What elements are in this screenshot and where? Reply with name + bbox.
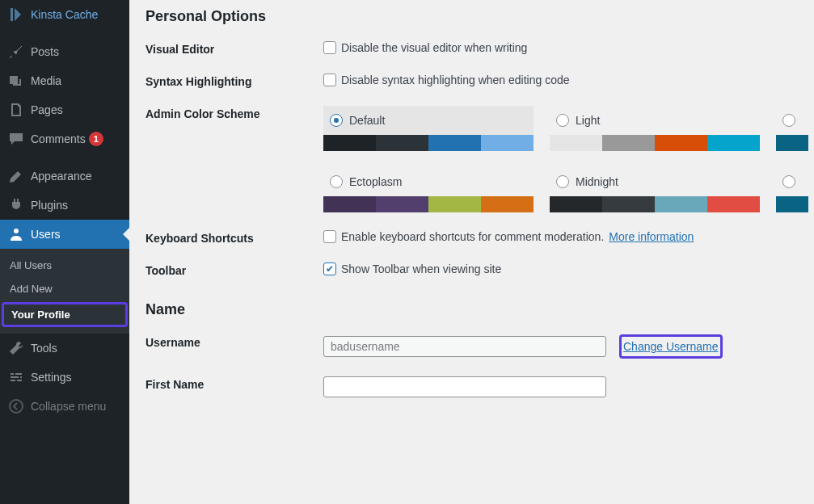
first-name-input[interactable] (323, 376, 606, 397)
syntax-desc: Disable syntax highlighting when editing… (341, 74, 570, 86)
sidebar-item-settings[interactable]: Settings (0, 363, 129, 392)
visual-editor-checkbox[interactable] (323, 41, 336, 54)
toolbar-desc: Show Toolbar when viewing site (341, 262, 501, 275)
label: Media (31, 74, 61, 87)
username-input (323, 336, 606, 357)
svg-point-1 (10, 400, 23, 413)
color-scheme-light[interactable]: Light (550, 106, 760, 151)
sidebar-item-users[interactable]: Users (0, 220, 129, 249)
swatches (323, 135, 534, 151)
admin-sidebar: Kinsta Cache Posts Media Pages Comments … (0, 0, 129, 504)
submenu-all-users[interactable]: All Users (0, 254, 129, 277)
radio-icon[interactable] (782, 175, 795, 188)
radio-icon[interactable] (330, 114, 343, 127)
visual-editor-desc: Disable the visual editor when writing (341, 41, 527, 54)
shortcuts-more-info-link[interactable]: More information (609, 230, 694, 243)
visual-editor-label: Visual Editor (146, 41, 323, 56)
appearance-icon (8, 168, 24, 184)
label: Comments (31, 132, 86, 145)
personal-options-heading: Personal Options (146, 8, 798, 25)
label: Tools (31, 342, 57, 355)
color-schemes-grid: DefaultLightEctoplasmMidnight (323, 106, 808, 212)
toolbar-checkbox[interactable] (323, 262, 336, 275)
scheme-name: Midnight (576, 175, 618, 188)
submenu-your-profile[interactable]: Your Profile (2, 302, 128, 327)
syntax-checkbox[interactable] (323, 74, 336, 86)
swatches (550, 135, 760, 151)
swatches (550, 196, 760, 212)
color-scheme-b[interactable] (776, 106, 808, 151)
plugin-icon (8, 197, 24, 213)
sidebar-item-appearance[interactable]: Appearance (0, 162, 129, 191)
label: Pages (31, 103, 63, 116)
radio-icon[interactable] (556, 114, 569, 127)
collapse-menu[interactable]: Collapse menu (0, 392, 129, 421)
users-submenu: All Users Add New Your Profile (0, 249, 129, 334)
tools-icon (8, 340, 24, 356)
syntax-label: Syntax Highlighting (146, 74, 323, 88)
color-scheme-label: Admin Color Scheme (146, 106, 323, 120)
label: Appearance (31, 170, 92, 183)
scheme-name: Ectoplasm (349, 175, 402, 188)
name-heading: Name (146, 301, 798, 318)
label: Posts (31, 45, 59, 58)
scheme-name: Default (349, 114, 385, 127)
swatches (323, 196, 534, 212)
pushpin-icon (8, 44, 24, 60)
radio-icon[interactable] (330, 175, 343, 188)
sidebar-item-posts[interactable]: Posts (0, 37, 129, 66)
media-icon (8, 73, 24, 89)
settings-icon (8, 369, 24, 385)
color-scheme-o[interactable] (776, 167, 808, 212)
svg-point-0 (14, 229, 19, 233)
label: Plugins (31, 199, 68, 212)
label: Settings (31, 371, 72, 384)
comment-count-badge: 1 (89, 132, 103, 146)
color-scheme-midnight[interactable]: Midnight (550, 167, 760, 212)
comment-icon (8, 131, 24, 147)
shortcuts-desc: Enable keyboard shortcuts for comment mo… (341, 230, 604, 243)
collapse-icon (8, 398, 24, 414)
kinsta-icon (8, 6, 24, 23)
sidebar-item-pages[interactable]: Pages (0, 95, 129, 124)
radio-icon[interactable] (556, 175, 569, 188)
pages-icon (8, 102, 24, 118)
change-username-link[interactable]: Change Username (619, 334, 723, 359)
color-scheme-ectoplasm[interactable]: Ectoplasm (323, 167, 534, 212)
radio-icon[interactable] (782, 114, 795, 127)
sidebar-item-plugins[interactable]: Plugins (0, 191, 129, 220)
swatches (776, 196, 808, 212)
sidebar-item-media[interactable]: Media (0, 66, 129, 95)
toolbar-label: Toolbar (146, 262, 323, 277)
label: Kinsta Cache (31, 8, 98, 21)
first-name-label: First Name (146, 376, 323, 391)
label: Users (31, 228, 61, 241)
username-label: Username (146, 334, 323, 349)
sidebar-item-kinsta-cache[interactable]: Kinsta Cache (0, 0, 129, 29)
sidebar-item-tools[interactable]: Tools (0, 334, 129, 363)
label: Collapse menu (31, 400, 106, 413)
submenu-add-new[interactable]: Add New (0, 277, 129, 300)
shortcuts-label: Keyboard Shortcuts (146, 230, 323, 245)
users-icon (8, 226, 24, 242)
sidebar-item-comments[interactable]: Comments 1 (0, 124, 129, 153)
swatches (776, 135, 808, 151)
scheme-name: Light (576, 114, 600, 127)
color-scheme-default[interactable]: Default (323, 106, 534, 151)
shortcuts-checkbox[interactable] (323, 230, 336, 243)
profile-content: Personal Options Visual Editor Disable t… (129, 0, 814, 504)
